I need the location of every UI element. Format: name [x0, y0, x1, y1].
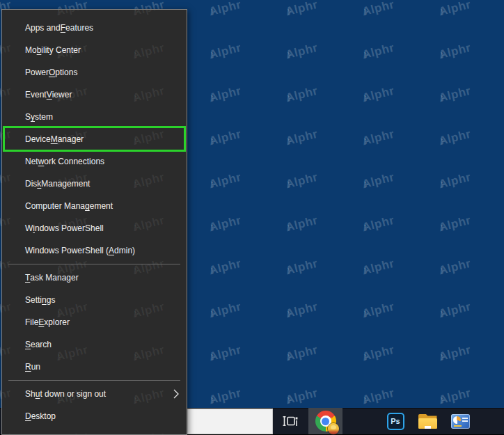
menu-item-label: un: [31, 362, 40, 372]
task-view-icon: [282, 413, 299, 429]
menu-item-label: ndows PowerShell: [35, 223, 104, 233]
menu-item-device-manager[interactable]: Device Manager: [2, 128, 187, 150]
menu-item-system[interactable]: System: [2, 106, 187, 128]
menu-item-label: Setti: [25, 295, 42, 305]
menu-item-label: dmin): [114, 246, 135, 255]
menu-item-label: F: [61, 23, 65, 33]
winx-power-user-menu: ♪Alphr♪Alphr♪Alphr♪Alphr♪Alphr♪Alphr♪Alp…: [1, 9, 187, 435]
menu-item-label: u: [36, 389, 40, 399]
task-view-button[interactable]: [278, 408, 302, 434]
photoshop-label: Ps: [391, 417, 400, 425]
menu-item-label: M: [51, 134, 58, 144]
taskbar-search-input[interactable]: [187, 409, 273, 434]
menu-item-label: D: [25, 411, 31, 421]
menu-item-label: earch: [31, 340, 52, 349]
menu-item-label: eatures: [65, 23, 93, 33]
menu-item-windows-powershell-admin[interactable]: Windows PowerShell (Admin): [2, 239, 187, 262]
menu-item-label: ility Center: [41, 45, 81, 55]
menu-item-label: E: [38, 317, 44, 327]
menu-item-label: S: [25, 112, 31, 122]
menu-item-label: ement: [90, 201, 113, 211]
menu-item-label: Mo: [25, 45, 37, 55]
menu-separator: [8, 264, 180, 264]
menu-separator: [8, 380, 180, 381]
menu-item-label: b: [37, 45, 42, 55]
menu-item-label: esktop: [31, 411, 56, 421]
menu-item-label: File: [25, 317, 38, 327]
menu-item-label: anager: [58, 134, 84, 144]
menu-item-label: Event: [25, 90, 47, 100]
menu-item-shut-down-or-sign-out[interactable]: Shut down or sign out: [2, 383, 187, 405]
menu-item-computer-management[interactable]: Computer Management: [2, 195, 187, 217]
menu-item-label: T: [25, 273, 30, 283]
menu-item-mobility-center[interactable]: Mobility Center: [2, 39, 187, 61]
file-explorer-taskbar-button[interactable]: [416, 408, 439, 434]
menu-item-label: ptions: [55, 68, 77, 77]
menu-item-desktop[interactable]: Desktop: [2, 405, 187, 427]
menu-item-label: gs: [47, 295, 56, 305]
menu-item-label: Computer Mana: [25, 201, 85, 211]
desktop-screen: ♪Alphr♪Alphr♪Alphr♪Alphr♪Alphr♪Alphr♪Alp…: [0, 0, 504, 435]
pooh-avatar: [328, 423, 339, 434]
menu-item-label: O: [49, 68, 55, 77]
menu-item-label: Sh: [25, 389, 36, 399]
menu-item-task-manager[interactable]: Task Manager: [2, 267, 187, 289]
menu-item-label: Management: [41, 179, 90, 189]
alphr-watermark: ♪Alphr: [54, 429, 89, 434]
menu-item-apps-and-features[interactable]: Apps and Features: [2, 17, 187, 39]
menu-item-label: t down or sign out: [40, 389, 106, 399]
alphr-watermark: ♪Alphr: [2, 429, 13, 434]
menu-item-label: Apps and: [25, 23, 61, 33]
photoshop-taskbar-button[interactable]: Ps: [384, 408, 407, 434]
menu-item-label: Power: [25, 68, 49, 77]
menu-item-label: R: [25, 362, 31, 372]
chrome-taskbar-button[interactable]: [308, 408, 342, 434]
winx-menu-list: Apps and FeaturesMobility CenterPower Op…: [2, 10, 187, 427]
menu-item-settings[interactable]: Settings: [2, 289, 187, 311]
menu-item-disk-management[interactable]: Disk Management: [2, 173, 187, 195]
menu-item-label: xplorer: [44, 317, 70, 327]
menu-item-label: S: [25, 340, 31, 349]
menu-item-label: ask Manager: [30, 273, 78, 283]
menu-item-label: n: [42, 295, 47, 305]
menu-item-search[interactable]: Search: [2, 333, 187, 356]
menu-item-power-options[interactable]: Power Options: [2, 61, 187, 84]
menu-item-label: Dis: [25, 179, 37, 189]
menu-item-event-viewer[interactable]: Event Viewer: [2, 84, 187, 106]
alphr-watermark: ♪Alphr: [131, 429, 166, 434]
file-explorer-folder-icon: [418, 414, 437, 429]
menu-item-label: w: [38, 157, 45, 166]
menu-item-label: Device: [25, 134, 51, 144]
menu-item-label: W: [25, 223, 33, 233]
report-icon: [451, 414, 470, 429]
submenu-chevron-icon: [173, 389, 179, 401]
menu-item-label: Net: [25, 157, 38, 166]
menu-item-label: iewer: [52, 90, 72, 100]
menu-item-run[interactable]: Run: [2, 356, 187, 378]
photoshop-icon: Ps: [387, 413, 404, 430]
menu-item-label: Windows PowerShell (: [25, 246, 109, 255]
menu-item-windows-powershell[interactable]: Windows PowerShell: [2, 217, 187, 239]
menu-item-label: stem: [35, 112, 53, 122]
menu-item-label: V: [47, 90, 52, 100]
menu-item-label: g: [85, 201, 90, 211]
menu-item-label: A: [109, 246, 114, 255]
report-app-taskbar-button[interactable]: [448, 408, 472, 434]
menu-item-network-connections[interactable]: Network Connections: [2, 150, 187, 173]
menu-item-file-explorer[interactable]: File Explorer: [2, 311, 187, 333]
menu-item-label: ork Connections: [44, 157, 104, 166]
